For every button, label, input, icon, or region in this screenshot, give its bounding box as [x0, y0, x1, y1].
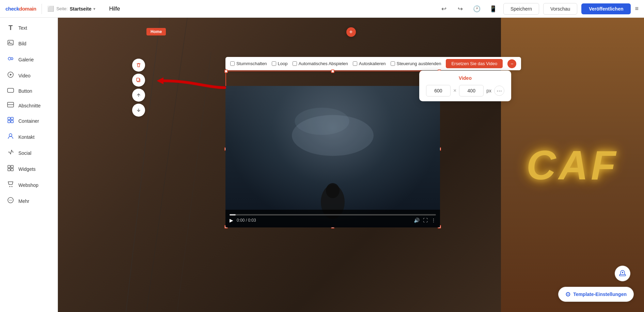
svg-point-18	[12, 186, 13, 187]
play-button[interactable]: ▶	[230, 218, 233, 223]
design-icon-button[interactable]	[615, 266, 630, 281]
sections-icon	[7, 102, 14, 109]
mobile-view-button[interactable]: 📱	[487, 3, 499, 15]
time-display: 0:00 / 0:03	[237, 218, 256, 223]
svg-point-21	[10, 200, 11, 200]
publish-button[interactable]: Veröffentlichen	[581, 3, 631, 14]
home-badge: Home	[146, 28, 166, 35]
options-icon[interactable]: ⋮	[431, 218, 436, 223]
sidebar-item-kontakt[interactable]: Kontakt	[0, 129, 58, 145]
sidebar-item-abschnitte[interactable]: Abschnitte	[0, 99, 58, 113]
redo-button[interactable]: ↪	[454, 3, 467, 15]
sidebar-item-social[interactable]: Social	[0, 145, 58, 161]
main-layout: T Text Bild Galerie Video	[0, 18, 644, 312]
cafe-letters: CAF	[527, 142, 619, 189]
svg-rect-27	[137, 78, 139, 81]
template-settings-label: Template-Einstellungen	[573, 292, 627, 297]
mute-option[interactable]: Stummschalten	[230, 61, 267, 66]
page-label: Seite:	[56, 6, 67, 11]
page-selector[interactable]: ⬜ Seite: Startseite ▾	[47, 5, 95, 12]
header-more-icon[interactable]: ≡	[635, 5, 639, 12]
props-more-button[interactable]: ⋯	[494, 86, 504, 96]
progress-fill	[230, 214, 236, 216]
video-fog	[225, 86, 440, 227]
hilfe-text: Hilfe	[109, 6, 120, 12]
sidebar: T Text Bild Galerie Video	[0, 18, 58, 312]
canvas: CAF Home +	[58, 18, 644, 312]
sidebar-item-webshop[interactable]: Webshop	[0, 177, 58, 193]
properties-panel: Video × px ⋯	[419, 71, 511, 101]
height-input[interactable]	[459, 85, 484, 96]
autoplay-checkbox[interactable]	[293, 61, 297, 66]
save-button[interactable]: Speichern	[503, 3, 539, 15]
autoscale-option[interactable]: Autoskalieren	[353, 61, 386, 66]
fullscreen-icon[interactable]: ⛶	[423, 218, 428, 223]
add-section-top-button[interactable]: +	[346, 27, 356, 37]
mute-checkbox[interactable]	[230, 61, 235, 66]
volume-icon[interactable]: 🔊	[414, 218, 420, 223]
sidebar-item-label-abschnitte: Abschnitte	[18, 103, 41, 108]
delete-element-button[interactable]	[132, 59, 145, 72]
move-down-button[interactable]	[132, 104, 145, 117]
svg-point-1	[9, 42, 10, 43]
shop-icon	[7, 181, 14, 189]
video-controls: ▶ 0:00 / 0:03 🔊 ⛶ ⋮	[225, 210, 440, 227]
copy-element-button[interactable]	[132, 74, 145, 87]
autoscale-label: Autoskalieren	[359, 61, 386, 66]
svg-rect-5	[7, 88, 14, 92]
autoplay-option[interactable]: Automatisches Abspielen	[293, 61, 348, 66]
image-icon	[7, 39, 14, 48]
size-row: × px ⋯	[425, 85, 506, 96]
svg-point-12	[9, 134, 12, 136]
hide-controls-option[interactable]: Steuerung ausblenden	[391, 61, 441, 66]
autoplay-label: Automatisches Abspielen	[299, 61, 348, 66]
sidebar-item-video[interactable]: Video	[0, 68, 58, 83]
sidebar-item-container[interactable]: Container	[0, 113, 58, 129]
sidebar-item-label-widgets: Widgets	[18, 166, 36, 172]
sidebar-item-label-text: Text	[18, 25, 27, 31]
autoscale-checkbox[interactable]	[353, 61, 357, 66]
sidebar-item-bild[interactable]: Bild	[0, 36, 58, 51]
template-settings-button[interactable]: ⊙ Template-Einstellungen	[558, 287, 634, 302]
history-button[interactable]: 🕐	[471, 3, 483, 15]
progress-bar[interactable]	[230, 214, 436, 216]
sidebar-item-mehr[interactable]: Mehr	[0, 193, 58, 209]
chevron-down-icon[interactable]: ▾	[93, 6, 95, 11]
sidebar-item-text[interactable]: T Text	[0, 20, 58, 35]
loop-option[interactable]: Loop	[272, 61, 288, 66]
button-icon	[7, 87, 14, 94]
element-toolbar	[132, 59, 145, 117]
svg-rect-14	[11, 165, 13, 168]
header-divider	[42, 4, 42, 14]
svg-point-22	[11, 200, 12, 200]
sidebar-item-button[interactable]: Button	[0, 84, 58, 98]
video-content	[225, 86, 440, 227]
sidebar-item-widgets[interactable]: Widgets	[0, 161, 58, 177]
header-actions: ↩ ↪ 🕐 📱 Speichern Vorschau Veröffentlich…	[438, 3, 639, 15]
svg-rect-13	[8, 165, 10, 168]
sidebar-item-galerie[interactable]: Galerie	[0, 52, 58, 67]
unit-label: px	[486, 88, 491, 93]
sidebar-item-label-social: Social	[18, 150, 31, 156]
size-separator: ×	[453, 88, 456, 94]
contact-icon	[7, 133, 14, 141]
hide-controls-checkbox[interactable]	[391, 61, 395, 66]
props-title: Video	[425, 75, 506, 81]
svg-rect-10	[8, 120, 10, 123]
svg-rect-16	[11, 168, 13, 171]
loop-checkbox[interactable]	[272, 61, 276, 66]
move-up-button[interactable]	[132, 89, 145, 102]
svg-rect-15	[8, 168, 10, 171]
loop-label: Loop	[278, 61, 288, 66]
replace-video-button[interactable]: Ersetzen Sie das Video	[446, 59, 503, 68]
svg-rect-11	[11, 120, 13, 123]
remove-video-button[interactable]: −	[507, 59, 516, 68]
width-input[interactable]	[426, 85, 451, 96]
undo-button[interactable]: ↩	[438, 3, 450, 15]
preview-button[interactable]: Vorschau	[543, 3, 577, 15]
sidebar-item-label-container: Container	[18, 118, 39, 124]
hilfe-link[interactable]: Hilfe	[109, 6, 120, 12]
sidebar-item-label-button: Button	[18, 88, 32, 94]
svg-rect-8	[8, 117, 10, 120]
sidebar-item-label-bild: Bild	[18, 41, 26, 46]
